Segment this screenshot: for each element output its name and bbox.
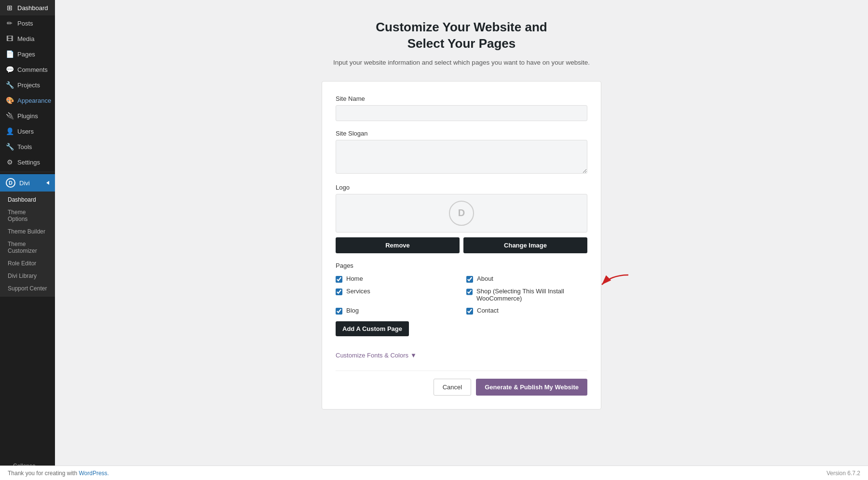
home-label: Home [346, 275, 363, 282]
divi-submenu: Dashboard Theme Options Theme Builder Th… [0, 192, 55, 297]
shop-checkbox[interactable] [466, 288, 473, 295]
sidebar-item-label: Appearance [17, 97, 51, 104]
footer-bar: Thank you for creating with WordPress. V… [0, 466, 868, 480]
sidebar-item-users[interactable]: 👤 Users [0, 123, 55, 139]
sidebar-item-tools[interactable]: 🔧 Tools [0, 139, 55, 154]
page-title: Customize Your Website and Select Your P… [376, 19, 547, 52]
divi-section: D Divi Dashboard Theme Options Theme Bui… [0, 174, 55, 297]
divi-submenu-theme-builder[interactable]: Theme Builder [0, 225, 55, 238]
pages-group: Pages Home About [336, 262, 587, 343]
customize-fonts-link[interactable]: Customize Fonts & Colors ▼ [336, 352, 587, 359]
sidebar-item-label: Projects [17, 82, 40, 89]
logo-group: Logo D Remove Change Image [336, 184, 587, 253]
site-slogan-input[interactable] [336, 140, 587, 174]
sidebar-item-label: Dashboard [17, 4, 48, 12]
sidebar-divider [0, 172, 55, 172]
about-checkbox[interactable] [466, 276, 473, 283]
logo-area: D [336, 194, 587, 233]
divi-submenu-support-center[interactable]: Support Center [0, 282, 55, 295]
page-checkbox-home: Home [336, 275, 457, 283]
publish-button[interactable]: Generate & Publish My Website [476, 379, 587, 396]
page-checkbox-about: About [466, 275, 587, 283]
settings-icon: ⚙ [6, 158, 14, 166]
version-text: Version 6.7.2 [827, 470, 860, 477]
projects-icon: 🔧 [6, 81, 14, 89]
page-checkbox-services: Services [336, 288, 457, 302]
sidebar-item-comments[interactable]: 💬 Comments [0, 62, 55, 77]
users-icon: 👤 [6, 127, 14, 135]
comments-icon: 💬 [6, 66, 14, 73]
divi-submenu-dashboard[interactable]: Dashboard [0, 193, 55, 206]
services-label: Services [346, 288, 370, 295]
sidebar-item-appearance[interactable]: 🎨 Appearance [0, 93, 55, 108]
pages-icon: 📄 [6, 50, 14, 58]
services-checkbox[interactable] [336, 288, 342, 295]
tools-icon: 🔧 [6, 143, 14, 151]
page-checkbox-contact: Contact [466, 307, 587, 315]
divi-submenu-role-editor[interactable]: Role Editor [0, 257, 55, 270]
sidebar: ⊞ Dashboard ✏ Posts 🎞 Media 📄 Pages 💬 Co… [0, 0, 55, 480]
pages-label: Pages [336, 262, 587, 269]
page-checkbox-shop: Shop (Selecting This Will Install WooCom… [466, 288, 587, 302]
site-name-group: Site Name [336, 95, 587, 121]
footer-text: Thank you for creating with WordPress. [8, 470, 109, 477]
sidebar-item-settings[interactable]: ⚙ Settings [0, 154, 55, 170]
site-slogan-group: Site Slogan [336, 130, 587, 175]
plugins-icon: 🔌 [6, 112, 14, 120]
contact-label: Contact [477, 307, 499, 314]
about-label: About [477, 275, 493, 282]
divi-arrow-icon [46, 181, 49, 185]
posts-icon: ✏ [6, 19, 14, 27]
sidebar-item-label: Settings [17, 159, 40, 166]
divi-submenu-divi-library[interactable]: Divi Library [0, 270, 55, 282]
divi-menu-header[interactable]: D Divi [0, 174, 55, 192]
sidebar-item-label: Posts [17, 20, 33, 27]
form-footer: Cancel Generate & Publish My Website [336, 370, 587, 396]
add-custom-page-button[interactable]: Add A Custom Page [336, 321, 409, 336]
contact-checkbox[interactable] [466, 308, 473, 315]
blog-label: Blog [346, 307, 359, 314]
sidebar-item-plugins[interactable]: 🔌 Plugins [0, 108, 55, 123]
customize-fonts-label: Customize Fonts & Colors [336, 352, 408, 359]
sidebar-item-label: Users [17, 128, 34, 135]
remove-logo-button[interactable]: Remove [336, 237, 460, 253]
form-card: Site Name Site Slogan Logo D Remove Chan… [322, 81, 601, 410]
site-slogan-label: Site Slogan [336, 130, 587, 137]
site-name-input[interactable] [336, 105, 587, 121]
blog-checkbox[interactable] [336, 308, 342, 315]
shop-label: Shop (Selecting This Will Install WooCom… [476, 288, 587, 302]
sidebar-item-projects[interactable]: 🔧 Projects [0, 77, 55, 93]
sidebar-item-pages[interactable]: 📄 Pages [0, 46, 55, 62]
sidebar-item-label: Pages [17, 51, 35, 58]
cancel-button[interactable]: Cancel [434, 379, 471, 396]
appearance-icon: 🎨 [6, 96, 14, 104]
logo-buttons: Remove Change Image [336, 237, 587, 253]
logo-circle: D [449, 201, 474, 226]
site-name-label: Site Name [336, 95, 587, 102]
change-image-button[interactable]: Change Image [463, 237, 587, 253]
logo-label: Logo [336, 184, 587, 191]
sidebar-item-dashboard[interactable]: ⊞ Dashboard [0, 0, 55, 15]
wordpress-link[interactable]: WordPress. [79, 470, 108, 477]
sidebar-item-label: Media [17, 35, 34, 42]
customize-fonts-arrow-icon: ▼ [410, 352, 417, 359]
sidebar-item-media[interactable]: 🎞 Media [0, 31, 55, 46]
sidebar-item-label: Tools [17, 143, 32, 151]
page-checkbox-blog: Blog [336, 307, 457, 315]
sidebar-item-label: Plugins [17, 112, 38, 120]
divi-submenu-theme-customizer[interactable]: Theme Customizer [0, 238, 55, 257]
sidebar-item-posts[interactable]: ✏ Posts [0, 15, 55, 31]
red-arrow-annotation [583, 270, 631, 299]
divi-label: Divi [19, 179, 30, 187]
page-subtitle: Input your website information and selec… [333, 58, 590, 68]
divi-icon: D [6, 178, 15, 188]
media-icon: 🎞 [6, 35, 14, 42]
divi-submenu-theme-options[interactable]: Theme Options [0, 206, 55, 225]
pages-grid: Home About [336, 275, 587, 315]
sidebar-item-label: Comments [17, 66, 48, 73]
dashboard-icon: ⊞ [6, 4, 14, 12]
home-checkbox[interactable] [336, 276, 342, 283]
main-content: Customize Your Website and Select Your P… [55, 0, 868, 480]
